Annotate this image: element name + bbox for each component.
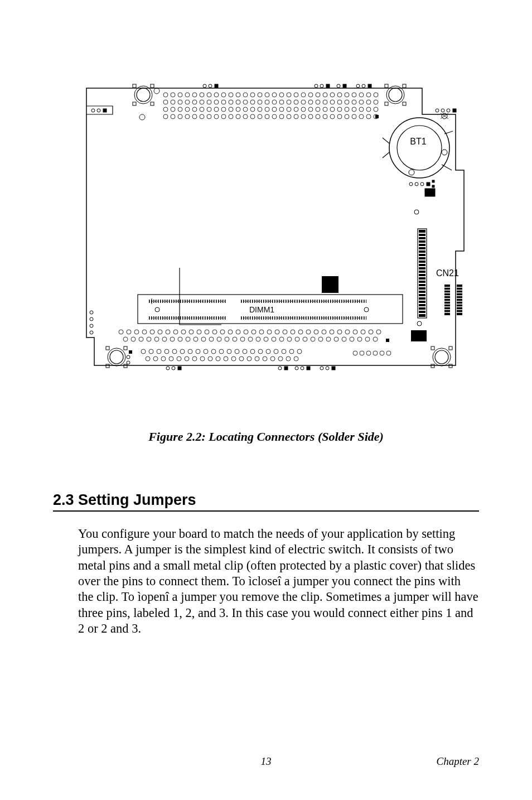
svg-point-312 [256,337,260,341]
svg-point-46 [420,182,424,186]
svg-point-283 [291,330,295,334]
svg-point-310 [240,337,245,341]
svg-point-226 [352,107,356,112]
svg-point-187 [287,100,291,104]
svg-point-205 [200,107,204,112]
svg-point-41 [397,126,442,170]
svg-point-114 [417,321,422,326]
svg-point-172 [178,100,182,104]
svg-point-0 [137,88,150,102]
svg-point-326 [365,337,370,341]
svg-rect-128 [284,367,288,370]
svg-point-273 [212,330,217,334]
svg-point-13 [108,348,125,366]
svg-point-228 [366,107,371,112]
svg-point-308 [225,337,229,341]
svg-point-143 [185,93,190,97]
svg-rect-49 [432,185,434,187]
svg-point-32 [356,84,360,88]
svg-point-247 [287,114,291,119]
svg-point-368 [294,356,298,361]
svg-point-24 [203,84,206,88]
svg-point-152 [250,93,255,97]
svg-point-144 [192,93,197,97]
svg-point-27 [315,84,318,88]
svg-rect-260 [375,115,379,118]
svg-point-51 [414,210,419,214]
svg-point-271 [197,330,201,334]
svg-point-208 [221,107,226,112]
svg-point-237 [214,114,219,119]
cn21-label: CN21 [436,268,459,278]
svg-point-178 [221,100,226,104]
svg-point-337 [211,349,216,354]
svg-point-239 [229,114,233,119]
svg-point-231 [171,114,175,119]
svg-point-306 [209,337,214,341]
svg-point-229 [374,107,378,112]
svg-point-219 [301,107,306,112]
svg-point-215 [272,107,277,112]
svg-point-112 [364,307,369,312]
svg-rect-31 [343,84,346,88]
svg-point-188 [294,100,298,104]
svg-point-255 [345,114,349,119]
svg-point-235 [200,114,204,119]
svg-point-284 [298,330,303,334]
svg-point-145 [200,93,204,97]
svg-point-129 [295,367,298,370]
svg-point-362 [247,356,252,361]
svg-point-359 [224,356,228,361]
svg-point-38 [154,88,159,94]
svg-point-200 [163,107,168,112]
svg-point-225 [345,107,349,112]
svg-point-349 [146,356,150,361]
svg-point-173 [185,100,190,104]
svg-point-357 [208,356,212,361]
svg-point-279 [259,330,264,334]
svg-point-211 [243,107,248,112]
svg-point-191 [316,100,320,104]
svg-point-45 [415,182,418,186]
svg-point-189 [301,100,306,104]
svg-point-221 [316,107,320,112]
svg-point-158 [294,93,298,97]
svg-point-263 [134,330,139,334]
svg-point-244 [265,114,269,119]
svg-point-43 [409,170,414,175]
svg-point-314 [272,337,276,341]
svg-point-150 [236,93,240,97]
svg-point-323 [342,337,346,341]
svg-rect-34 [368,84,371,88]
svg-point-243 [258,114,262,119]
svg-point-344 [266,349,270,354]
svg-point-240 [236,114,240,119]
svg-point-354 [185,356,189,361]
svg-point-371 [366,351,371,355]
svg-point-351 [161,356,166,361]
svg-rect-90 [457,285,462,315]
svg-point-372 [373,351,378,355]
svg-point-272 [205,330,209,334]
svg-rect-48 [432,180,434,182]
svg-point-199 [374,100,378,104]
svg-point-292 [361,330,365,334]
svg-point-294 [376,330,381,334]
svg-point-151 [243,93,248,97]
svg-point-133 [326,367,329,370]
svg-point-325 [357,337,362,341]
svg-rect-29 [326,84,330,88]
svg-point-253 [330,114,335,119]
svg-point-198 [366,100,371,104]
svg-point-162 [323,93,327,97]
svg-point-334 [188,349,192,354]
svg-point-297 [139,337,143,341]
svg-rect-3 [151,84,154,88]
svg-point-291 [353,330,357,334]
svg-point-324 [350,337,354,341]
svg-point-220 [308,107,313,112]
svg-point-304 [194,337,198,341]
svg-point-352 [169,356,173,361]
body-paragraph: You configure your board to match the ne… [53,526,479,637]
svg-point-201 [171,107,175,112]
